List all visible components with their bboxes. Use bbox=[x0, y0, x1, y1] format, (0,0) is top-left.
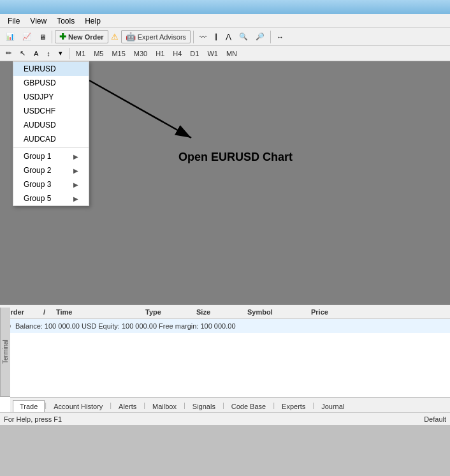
toolbar-2: ✏ ↖ A ↕ ▾ M1 M5 M15 M30 H1 H4 D1 W1 MN bbox=[0, 46, 450, 61]
tf-m15[interactable]: M15 bbox=[108, 48, 128, 59]
menu-help[interactable]: Help bbox=[80, 15, 106, 27]
toolbar-zoom-out[interactable]: 🔎 bbox=[252, 30, 268, 44]
drop-icon: ▾ bbox=[59, 49, 62, 57]
screen-icon: 🖥 bbox=[39, 33, 46, 41]
text-icon: A bbox=[34, 50, 38, 57]
menu-tools[interactable]: Tools bbox=[52, 15, 80, 27]
toolbar-icon-7[interactable]: ⋀ bbox=[222, 30, 235, 44]
title-bar bbox=[0, 0, 450, 14]
new-order-button[interactable]: ✚ New Order bbox=[55, 30, 108, 43]
toolbar-icon-1[interactable]: 📊 bbox=[3, 30, 18, 44]
plus-icon: ✚ bbox=[59, 32, 66, 41]
zoom-in-icon: 🔍 bbox=[239, 33, 248, 41]
balance-text: Balance: 100 000.00 USD Equity: 100 000.… bbox=[15, 322, 236, 330]
new-order-label: New Order bbox=[68, 33, 104, 41]
toolbar-icon-3[interactable]: 🖥 bbox=[36, 30, 49, 44]
zigzag-icon: ⋀ bbox=[226, 33, 231, 41]
arrow-icon-4: ▶ bbox=[73, 195, 78, 202]
svg-line-1 bbox=[89, 80, 191, 138]
toolbar-icon-2[interactable]: 📈 bbox=[19, 30, 34, 44]
toolbar-icon-8[interactable]: ↔ bbox=[273, 30, 287, 44]
toolbar-icon-c[interactable]: A bbox=[31, 47, 41, 61]
tf-h4[interactable]: H4 bbox=[170, 48, 185, 59]
tab-alerts[interactable]: Alerts bbox=[112, 400, 143, 412]
toolbar-icon-d[interactable]: ↕ bbox=[43, 47, 54, 61]
dropdown-group3[interactable]: Group 3 ▶ bbox=[13, 177, 89, 191]
sep-1 bbox=[52, 31, 52, 43]
annotation-text: Open EURUSD Chart bbox=[178, 151, 293, 164]
group3-label: Group 3 bbox=[24, 180, 51, 189]
status-bar: For Help, press F1 Default bbox=[0, 412, 450, 425]
sep-2 bbox=[193, 31, 194, 43]
dropdown-item-eurusd[interactable]: EURUSD bbox=[13, 62, 89, 76]
dropdown-item-audusd[interactable]: AUDUSD bbox=[13, 118, 89, 132]
toolbar-icon-e[interactable]: ▾ bbox=[55, 47, 66, 61]
status-right: Default bbox=[424, 415, 446, 423]
tf-w1[interactable]: W1 bbox=[204, 48, 221, 59]
tf-h1[interactable]: H1 bbox=[152, 48, 168, 59]
arrow-icon-1: ▶ bbox=[73, 153, 78, 160]
tab-bar: Trade | Account History | Alerts | Mailb… bbox=[10, 397, 450, 412]
balance-row: ⊙ Balance: 100 000.00 USD Equity: 100 00… bbox=[0, 319, 450, 333]
tf-m5[interactable]: M5 bbox=[91, 48, 106, 59]
col-symbol: Symbol bbox=[245, 308, 308, 316]
tf-sep-1 bbox=[69, 48, 69, 59]
toolbar-zoom-in[interactable]: 🔍 bbox=[236, 30, 251, 44]
col-time: Time bbox=[54, 308, 143, 316]
dropdown-sep bbox=[13, 147, 89, 148]
pencil-icon: ✏ bbox=[6, 49, 11, 57]
toolbar-icon-6[interactable]: ∥ bbox=[211, 30, 221, 44]
scroll-icon: ↔ bbox=[277, 33, 284, 41]
chart-icon: 📊 bbox=[6, 33, 15, 41]
toolbar-1: 📊 📈 🖥 ✚ New Order ⚠ 🤖 Expert Advisors 〰 … bbox=[0, 28, 450, 46]
tab-journal[interactable]: Journal bbox=[314, 400, 351, 412]
expert-advisors-button[interactable]: 🤖 Expert Advisors bbox=[121, 30, 191, 43]
dropdown-menu: EURUSD GBPUSD USDJPY USDCHF AUDUSD AUDCA… bbox=[13, 61, 89, 206]
dropdown-item-usdchf[interactable]: USDCHF bbox=[13, 104, 89, 118]
tab-experts[interactable]: Experts bbox=[275, 400, 312, 412]
tf-mn[interactable]: MN bbox=[223, 48, 240, 59]
wave-icon: 〰 bbox=[200, 33, 207, 41]
dropdown-group5[interactable]: Group 5 ▶ bbox=[13, 191, 89, 205]
tab-trade[interactable]: Trade bbox=[13, 400, 45, 412]
expert-advisors-label: Expert Advisors bbox=[138, 33, 186, 41]
dropdown-item-gbpusd[interactable]: GBPUSD bbox=[13, 76, 89, 90]
menu-bar: File View Tools Help bbox=[0, 14, 450, 28]
zoom-out-icon: 🔎 bbox=[256, 33, 265, 41]
terminal-label[interactable]: Terminal bbox=[0, 308, 10, 397]
group5-label: Group 5 bbox=[24, 194, 51, 203]
arrow-icon-3: ▶ bbox=[73, 181, 78, 188]
tf-d1[interactable]: D1 bbox=[187, 48, 202, 59]
menu-view[interactable]: View bbox=[25, 15, 52, 27]
bar-icon: ∥ bbox=[214, 33, 218, 41]
col-size: Size bbox=[194, 308, 245, 316]
col-slash: / bbox=[41, 308, 54, 316]
bottom-panel: Order / Time Type Size Symbol Price ⊙ Ba… bbox=[0, 304, 450, 412]
tab-account-history[interactable]: Account History bbox=[47, 400, 110, 412]
tab-signals[interactable]: Signals bbox=[185, 400, 222, 412]
line-icon: 📈 bbox=[22, 33, 31, 41]
tf-m1[interactable]: M1 bbox=[73, 48, 89, 59]
menu-file[interactable]: File bbox=[3, 15, 25, 27]
toolbar-icon-5[interactable]: 〰 bbox=[196, 30, 210, 44]
tf-m30[interactable]: M30 bbox=[131, 48, 150, 59]
tab-mailbox[interactable]: Mailbox bbox=[145, 400, 184, 412]
sep-3 bbox=[270, 31, 271, 43]
chart-area: EURUSD GBPUSD USDJPY USDCHF AUDUSD AUDCA… bbox=[0, 61, 450, 304]
dropdown-item-audcad[interactable]: AUDCAD bbox=[13, 132, 89, 146]
dropdown-item-usdjpy[interactable]: USDJPY bbox=[13, 90, 89, 104]
dropdown-group1[interactable]: Group 1 ▶ bbox=[13, 149, 89, 163]
col-price: Price bbox=[308, 308, 359, 316]
arrow-icon-2: ▶ bbox=[73, 167, 78, 174]
group2-label: Group 2 bbox=[24, 166, 51, 175]
toolbar-icon-a[interactable]: ✏ bbox=[3, 47, 15, 61]
group1-label: Group 1 bbox=[24, 152, 51, 161]
cursor-icon: ↖ bbox=[20, 49, 25, 57]
col-type: Type bbox=[143, 308, 194, 316]
dropdown-group2[interactable]: Group 2 ▶ bbox=[13, 163, 89, 177]
pointer-icon: ↕ bbox=[47, 50, 50, 57]
status-left: For Help, press F1 bbox=[4, 415, 62, 423]
toolbar-icon-b[interactable]: ↖ bbox=[17, 47, 29, 61]
tab-codebase[interactable]: Code Base bbox=[224, 400, 273, 412]
alert-icon: ⚠ bbox=[111, 32, 119, 41]
